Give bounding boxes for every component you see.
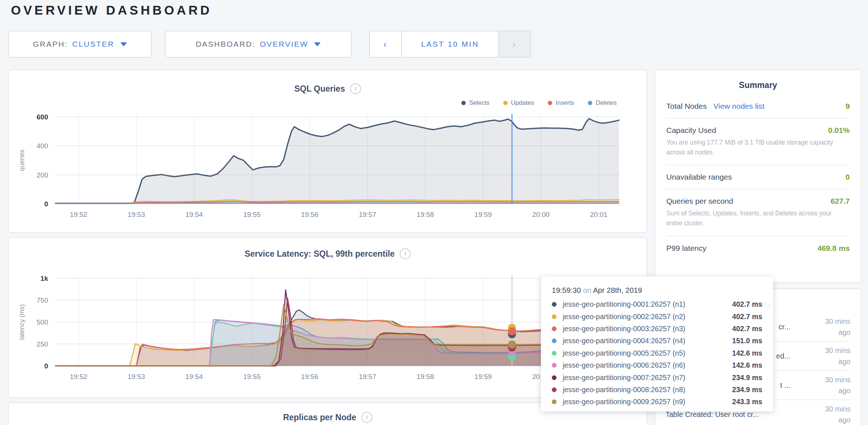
node-latency-value: 243.3 ms xyxy=(732,398,762,406)
p99-latency-value: 469.8 ms xyxy=(817,244,850,253)
svg-text:latency (ms): latency (ms) xyxy=(18,304,26,340)
time-window-next-button[interactable]: › xyxy=(498,31,530,57)
node-latency-value: 142.6 ms xyxy=(732,361,762,370)
event-time: 30 mins ago xyxy=(816,316,850,338)
node-color-dot-icon xyxy=(552,302,557,307)
svg-text:250: 250 xyxy=(36,340,48,348)
qps-subtext: Sum of Selects, Updates, Inserts, and De… xyxy=(666,208,838,228)
svg-text:19:58: 19:58 xyxy=(416,373,434,380)
node-latency-value: 234.9 ms xyxy=(732,386,762,394)
node-name: jesse-geo-partitioning-0002:26257 (n2) xyxy=(563,313,732,321)
tooltip-node-row: jesse-geo-partitioning-0004:26257 (n4)15… xyxy=(552,335,762,347)
svg-text:19:53: 19:53 xyxy=(128,373,145,380)
tooltip-node-row: jesse-geo-partitioning-0002:26257 (n2)40… xyxy=(552,310,762,322)
svg-text:19:56: 19:56 xyxy=(301,211,318,218)
graph-dropdown-label: GRAPH: xyxy=(33,40,68,49)
node-latency-value: 402.7 ms xyxy=(732,325,762,333)
summary-total-nodes-row: Total Nodes View nodes list 9 xyxy=(666,95,850,118)
node-name: jesse-geo-partitioning-0007:26257 (n7) xyxy=(563,374,732,382)
svg-text:19:59: 19:59 xyxy=(474,373,492,380)
svg-text:19:57: 19:57 xyxy=(359,373,376,380)
overview-dashboard-page: OVERVIEW DASHBOARD GRAPH: CLUSTER DASHBO… xyxy=(0,0,868,425)
svg-text:19:52: 19:52 xyxy=(70,373,88,380)
node-color-dot-icon xyxy=(552,314,557,319)
dashboard-dropdown-value: OVERVIEW xyxy=(260,40,309,49)
tooltip-node-row: jesse-geo-partitioning-0007:26257 (n7)23… xyxy=(552,371,762,383)
node-name: jesse-geo-partitioning-0004:26257 (n4) xyxy=(563,337,732,345)
page-title: OVERVIEW DASHBOARD xyxy=(11,3,212,18)
node-latency-value: 151.0 ms xyxy=(732,337,762,345)
svg-text:20:00: 20:00 xyxy=(532,211,550,218)
capacity-used-subtext: You are using 177.7 MiB of 3.1 TiB usabl… xyxy=(666,138,838,157)
svg-text:200: 200 xyxy=(36,171,48,179)
tooltip-node-row: jesse-geo-partitioning-0005:26257 (n5)14… xyxy=(552,347,762,359)
node-name: jesse-geo-partitioning-0008:26257 (n8) xyxy=(563,386,732,394)
node-color-dot-icon xyxy=(552,387,557,392)
svg-text:19:58: 19:58 xyxy=(416,211,434,218)
total-nodes-value: 9 xyxy=(845,102,850,111)
node-latency-value: 402.7 ms xyxy=(732,313,762,321)
info-icon[interactable]: i xyxy=(361,412,372,423)
svg-text:19:59: 19:59 xyxy=(474,211,492,218)
chevron-down-icon xyxy=(120,42,127,46)
node-color-dot-icon xyxy=(552,338,557,343)
node-name: jesse-geo-partitioning-0005:26257 (n5) xyxy=(563,349,732,357)
svg-text:500: 500 xyxy=(36,318,48,326)
view-nodes-list-link[interactable]: View nodes list xyxy=(713,102,764,110)
chevron-left-icon: ‹ xyxy=(383,39,388,50)
replicas-per-node-title: Replicas per Node i xyxy=(9,412,647,423)
node-name: jesse-geo-partitioning-0006:26257 (n6) xyxy=(563,361,732,370)
node-color-dot-icon xyxy=(552,399,557,404)
event-time: 30 mins ago xyxy=(816,403,850,425)
time-window-selector: ‹ LAST 10 MIN › xyxy=(369,31,531,58)
dashboard-dropdown[interactable]: DASHBOARD: OVERVIEW xyxy=(165,31,352,58)
unavailable-ranges-value: 0 xyxy=(845,173,850,181)
svg-text:1k: 1k xyxy=(40,275,49,282)
node-color-dot-icon xyxy=(552,326,557,331)
summary-unavailable-row: Unavailable ranges 0 xyxy=(666,165,850,189)
time-window-prev-button[interactable]: ‹ xyxy=(370,31,402,57)
tooltip-timestamp: 19:59:30 on Apr 28th, 2019 xyxy=(552,286,762,295)
capacity-used-value: 0.01% xyxy=(828,126,850,135)
sql-queries-card: SQL Queries i SelectsUpdatesInsertsDelet… xyxy=(8,69,647,233)
svg-text:19:55: 19:55 xyxy=(243,211,261,218)
chevron-right-icon: › xyxy=(512,39,517,50)
svg-text:19:55: 19:55 xyxy=(243,373,261,380)
svg-text:19:52: 19:52 xyxy=(70,211,88,218)
event-time: 30 mins ago xyxy=(816,345,850,367)
tooltip-node-row: jesse-geo-partitioning-0008:26257 (n8)23… xyxy=(552,384,762,396)
svg-text:19:54: 19:54 xyxy=(186,211,203,218)
tooltip-node-row: jesse-geo-partitioning-0009:26257 (n9)24… xyxy=(552,396,762,408)
dashboard-dropdown-label: DASHBOARD: xyxy=(196,40,256,49)
chevron-down-icon xyxy=(314,42,321,46)
svg-text:queries: queries xyxy=(18,149,26,171)
svg-text:19:53: 19:53 xyxy=(128,211,145,218)
svg-text:600: 600 xyxy=(36,113,48,121)
svg-text:0: 0 xyxy=(44,362,48,370)
node-latency-value: 402.7 ms xyxy=(732,300,762,309)
node-color-dot-icon xyxy=(552,363,557,368)
tooltip-node-row: jesse-geo-partitioning-0001:26257 (n1)40… xyxy=(552,298,762,310)
chart-hover-tooltip: 19:59:30 on Apr 28th, 2019 jesse-geo-par… xyxy=(541,276,773,411)
event-time: 30 mins ago xyxy=(816,374,850,396)
node-name: jesse-geo-partitioning-0009:26257 (n9) xyxy=(563,398,732,406)
sql-queries-chart[interactable]: 19:5219:5319:5419:5519:5619:5719:5819:59… xyxy=(9,70,648,234)
tooltip-node-row: jesse-geo-partitioning-0003:26257 (n3)40… xyxy=(552,323,762,335)
summary-capacity-row: Capacity Used 0.01% You are using 177.7 … xyxy=(666,118,850,165)
node-name: jesse-geo-partitioning-0003:26257 (n3) xyxy=(563,325,732,333)
svg-text:20:01: 20:01 xyxy=(590,211,608,218)
node-color-dot-icon xyxy=(552,375,557,380)
p99-latency-label: P99 latency xyxy=(666,244,706,253)
svg-text:19:54: 19:54 xyxy=(186,373,203,380)
time-window-label[interactable]: LAST 10 MIN xyxy=(402,31,498,57)
total-nodes-label: Total Nodes xyxy=(666,102,707,110)
node-color-dot-icon xyxy=(552,351,557,356)
svg-text:19:56: 19:56 xyxy=(301,373,318,380)
graph-dropdown-value: CLUSTER xyxy=(72,40,115,49)
tooltip-rows: jesse-geo-partitioning-0001:26257 (n1)40… xyxy=(552,298,762,408)
graph-dropdown[interactable]: GRAPH: CLUSTER xyxy=(8,31,152,58)
node-latency-value: 234.9 ms xyxy=(732,374,762,382)
svg-text:400: 400 xyxy=(36,142,48,150)
summary-qps-row: Queries per second 627.7 Sum of Selects,… xyxy=(666,189,850,236)
node-latency-value: 142.6 ms xyxy=(732,349,762,357)
